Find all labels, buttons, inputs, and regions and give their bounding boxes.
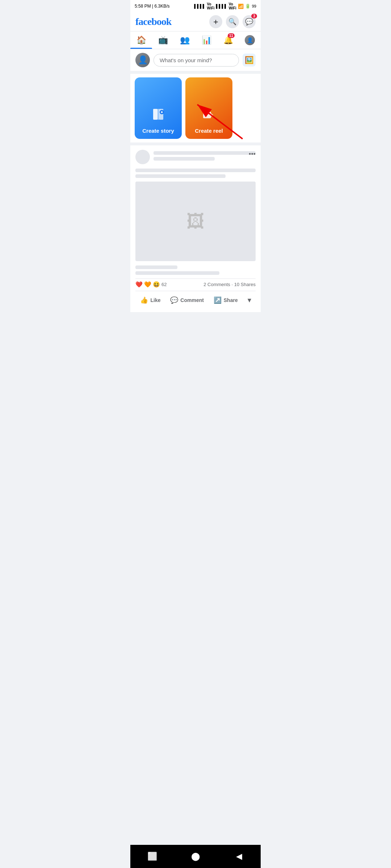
tab-profile[interactable]: 👤 — [239, 31, 261, 49]
skeleton-header — [135, 150, 256, 164]
like-button[interactable]: 👍 Like — [136, 294, 165, 306]
nav-tabs: 🏠 📺 👥 📊 🔔 11 👤 — [130, 31, 261, 49]
stories-row: Create story Create reel — [135, 77, 256, 139]
header-icons: ＋ 🔍 💬 3 — [209, 15, 256, 28]
more-options-button[interactable]: ••• — [249, 150, 256, 158]
messenger-button[interactable]: 💬 3 — [243, 15, 256, 28]
reaction-count: 62 — [161, 282, 167, 287]
vo-wifi-label: VoWiFi — [207, 2, 215, 10]
signal-icon-2: ▌▌▌▌ — [216, 4, 227, 8]
add-button[interactable]: ＋ — [209, 15, 222, 28]
reactions-left: ❤️ 🧡 😆 62 — [135, 281, 167, 288]
tab-home[interactable]: 🏠 — [130, 31, 152, 49]
skeleton-image: 🖼 — [135, 182, 256, 261]
tab-video[interactable]: 📺 — [152, 31, 174, 49]
video-icon: 📺 — [158, 35, 168, 45]
skeleton-bottom-line-1 — [135, 265, 177, 269]
shares-count-label: 10 Shares — [234, 282, 256, 287]
messenger-icon: 💬 — [245, 18, 253, 26]
plus-icon: ＋ — [212, 16, 220, 27]
skeleton-line-1 — [154, 151, 256, 155]
image-placeholder-icon: 🖼 — [186, 211, 205, 232]
comments-count: 2 Comments — [203, 282, 230, 287]
comment-icon: 💬 — [170, 296, 178, 304]
svg-rect-5 — [161, 111, 162, 113]
reaction-orange: 🧡 — [144, 281, 151, 288]
skeleton-content-line-1 — [135, 169, 256, 172]
svg-rect-6 — [203, 112, 211, 118]
reaction-heart: ❤️ — [135, 281, 143, 288]
battery-icon: 🔋 — [245, 4, 251, 9]
search-icon: 🔍 — [228, 18, 236, 26]
tab-marketplace[interactable]: 📊 — [196, 31, 217, 49]
tab-friends[interactable]: 👥 — [174, 31, 196, 49]
profile-avatar: 👤 — [245, 35, 255, 45]
battery-level: 99 — [252, 4, 256, 8]
svg-rect-0 — [153, 109, 157, 120]
skeleton-line-2 — [154, 157, 215, 161]
user-avatar: 👤 — [135, 53, 150, 67]
svg-rect-2 — [157, 109, 159, 120]
reaction-laugh: 😆 — [153, 281, 160, 288]
post-placeholder: What's on your mind? — [160, 57, 212, 63]
skeleton-bottom — [135, 265, 256, 275]
skeleton-content — [135, 169, 256, 178]
shares-count: · — [232, 282, 234, 287]
stories-section: Create story Create reel — [130, 74, 261, 145]
post-skeleton: ••• 🖼 ❤️ 🧡 😆 62 2 Comments · 10 Shares — [130, 145, 261, 315]
vo-wifi-label-2: VoWiFi — [229, 2, 236, 10]
comment-label: Comment — [180, 297, 204, 303]
status-time: 5:58 PM | 6.3KB/s — [135, 4, 170, 9]
create-story-card[interactable]: Create story — [135, 77, 182, 139]
like-label: Like — [150, 297, 160, 303]
chevron-down-icon: ▾ — [248, 296, 251, 304]
reactions-bar: ❤️ 🧡 😆 62 2 Comments · 10 Shares — [135, 278, 256, 291]
marketplace-icon: 📊 — [202, 35, 211, 45]
app-header: facebook ＋ 🔍 💬 3 — [130, 12, 261, 31]
photo-icon: 🖼️ — [245, 56, 254, 64]
wifi-icon: 📶 — [238, 4, 244, 9]
home-icon: 🏠 — [136, 35, 146, 45]
friends-icon: 👥 — [180, 35, 190, 45]
search-button[interactable]: 🔍 — [226, 15, 239, 28]
skeleton-bottom-line-2 — [135, 271, 219, 275]
share-icon: ↗️ — [214, 296, 222, 304]
action-buttons: 👍 Like 💬 Comment ↗️ Share ▾ — [135, 293, 256, 308]
create-story-label: Create story — [142, 128, 174, 134]
share-label: Share — [224, 297, 238, 303]
skeleton-avatar — [135, 150, 150, 164]
skeleton-content-line-2 — [135, 174, 226, 178]
notification-badge: 11 — [228, 33, 235, 38]
post-bar: 👤 What's on your mind? 🖼️ — [130, 49, 261, 74]
signal-icon: ▌▌▌▌ — [194, 4, 205, 8]
tab-notifications[interactable]: 🔔 11 — [217, 31, 239, 49]
more-reactions-button[interactable]: ▾ — [243, 294, 255, 306]
like-icon: 👍 — [140, 296, 148, 304]
reel-icon — [202, 109, 216, 125]
story-book-icon — [151, 107, 165, 125]
skeleton-lines — [154, 151, 256, 163]
reactions-right: 2 Comments · 10 Shares — [203, 282, 256, 287]
photo-upload-button[interactable]: 🖼️ — [243, 54, 256, 67]
share-button[interactable]: ↗️ Share — [209, 294, 242, 306]
post-input[interactable]: What's on your mind? — [154, 54, 239, 67]
status-bar: 5:58 PM | 6.3KB/s ▌▌▌▌ VoWiFi ▌▌▌▌ VoWiF… — [130, 0, 261, 12]
comment-button[interactable]: 💬 Comment — [166, 294, 208, 306]
create-reel-card[interactable]: Create reel — [185, 77, 232, 139]
messenger-badge: 3 — [251, 14, 257, 18]
status-bar-right: ▌▌▌▌ VoWiFi ▌▌▌▌ VoWiFi 📶 🔋 99 — [194, 2, 256, 10]
create-reel-label: Create reel — [195, 128, 223, 134]
svg-marker-7 — [211, 113, 213, 117]
facebook-logo: facebook — [135, 16, 171, 27]
